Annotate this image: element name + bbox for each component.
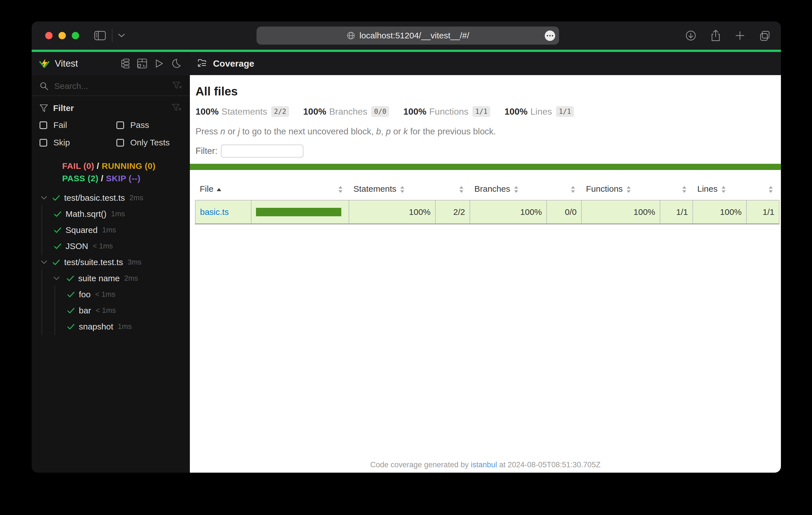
column-header-lines[interactable]: Lines <box>693 180 747 200</box>
tab-overview-icon[interactable] <box>759 30 771 41</box>
check-icon <box>66 275 74 281</box>
column-header-functions-raw[interactable] <box>660 180 693 200</box>
summary-statements: 100% Statements 2/2 <box>196 106 289 117</box>
tree-guide-line <box>41 221 42 239</box>
tree-guide-line <box>55 318 55 335</box>
chevron-down-icon[interactable] <box>40 195 48 201</box>
tree-item-suite-name[interactable]: suite name 2ms <box>32 270 190 286</box>
search-bar <box>32 77 190 96</box>
tree-item-math-sqrt[interactable]: Math.sqrt() 1ms <box>32 206 190 222</box>
tree-guide-line <box>41 286 42 303</box>
test-name: suite name <box>78 274 120 283</box>
fullscreen-window-button[interactable] <box>72 32 79 39</box>
desktop: { "browser": { "url": "localhost:51204/_… <box>0 0 812 515</box>
statements-pct-cell: 100% <box>349 200 435 224</box>
clear-filter-icon[interactable] <box>172 103 181 113</box>
test-duration: < 1ms <box>95 290 116 299</box>
filter-title: Filter <box>53 103 74 113</box>
minimize-window-button[interactable] <box>58 32 66 39</box>
chevron-down-icon[interactable] <box>40 260 48 265</box>
sort-icon <box>627 185 631 194</box>
functions-label: Functions <box>429 107 468 117</box>
branches-pct-cell: 100% <box>470 200 547 224</box>
column-header-branches-raw[interactable] <box>547 180 581 200</box>
sort-icon <box>571 185 575 194</box>
branches-raw-cell: 0/0 <box>547 200 581 224</box>
pass-checkbox-box[interactable] <box>116 121 124 129</box>
tree-item-json[interactable]: JSON < 1ms <box>32 238 190 254</box>
tree-item-foo[interactable]: foo < 1ms <box>32 286 190 302</box>
tree-item-squared[interactable]: Squared 1ms <box>32 222 190 238</box>
tree-view-icon[interactable] <box>120 58 130 69</box>
tree-item-suite-test-file[interactable]: test/suite.test.ts 3ms <box>32 254 190 270</box>
window-controls <box>45 32 79 39</box>
sort-icon <box>722 185 726 194</box>
search-input[interactable] <box>54 81 172 91</box>
share-icon[interactable] <box>710 29 721 42</box>
clear-search-filter-icon[interactable] <box>172 81 182 91</box>
checkbox-only-tests[interactable]: Only Tests <box>116 138 190 147</box>
chevron-down-icon[interactable] <box>118 33 125 38</box>
checkbox-skip[interactable]: Skip <box>39 138 116 147</box>
sidebar-toggle-icon[interactable] <box>94 30 106 41</box>
test-name: test/suite.test.ts <box>64 258 123 267</box>
branches-label: Branches <box>329 107 367 117</box>
test-name: snapshot <box>79 322 113 331</box>
close-window-button[interactable] <box>45 32 53 39</box>
new-tab-icon[interactable] <box>734 30 745 41</box>
column-header-statements[interactable]: Statements <box>349 180 435 200</box>
tree-guide-line <box>55 302 55 319</box>
coverage-bar <box>256 208 341 216</box>
test-duration: 3ms <box>127 258 141 267</box>
check-icon <box>52 259 60 265</box>
tree-item-basic-test-file[interactable]: test/basic.test.ts 2ms <box>32 190 190 206</box>
test-name: test/basic.test.ts <box>64 193 125 203</box>
test-tree: test/basic.test.ts 2ms Math.sqrt() 1ms S… <box>32 190 190 473</box>
coverage-panel: Coverage All files 100% Statements 2/2 1… <box>190 52 781 473</box>
file-link[interactable]: basic.ts <box>200 207 229 217</box>
address-bar[interactable]: localhost:51204/__vitest__/#/ <box>257 27 559 44</box>
column-header-chart[interactable] <box>251 180 349 200</box>
sort-icon <box>769 185 773 194</box>
footer-text: Code coverage generated by <box>370 460 471 469</box>
coverage-status-line <box>190 164 781 170</box>
footer-timestamp: at 2024-08-05T08:51:30.705Z <box>497 460 600 469</box>
column-header-file[interactable]: File <box>195 180 251 200</box>
test-name: Math.sqrt() <box>65 209 107 219</box>
tree-guide-line <box>41 205 42 222</box>
checkbox-fail[interactable]: Fail <box>39 120 116 130</box>
sort-icon <box>400 185 405 194</box>
downloads-icon[interactable] <box>685 30 697 41</box>
column-header-functions[interactable]: Functions <box>581 180 660 200</box>
column-header-branches[interactable]: Branches <box>470 180 547 200</box>
lines-pct-cell: 100% <box>693 200 747 224</box>
dashboard-icon[interactable] <box>137 58 147 69</box>
tree-item-bar[interactable]: bar < 1ms <box>32 302 190 319</box>
test-name: Squared <box>65 225 97 235</box>
istanbul-link[interactable]: istanbul <box>471 460 497 469</box>
file-cell: basic.ts <box>195 200 251 224</box>
skip-checkbox-box[interactable] <box>39 139 47 147</box>
dark-mode-icon[interactable] <box>171 58 181 69</box>
only-tests-checkbox-box[interactable] <box>116 139 124 147</box>
column-header-statements-raw[interactable] <box>435 180 470 200</box>
fail-checkbox-box[interactable] <box>39 121 47 129</box>
tree-item-snapshot[interactable]: snapshot 1ms <box>32 319 190 335</box>
coverage-filter-input[interactable] <box>221 145 303 157</box>
run-all-icon[interactable] <box>154 58 164 69</box>
toolbar-divider <box>112 29 112 42</box>
test-duration: 1ms <box>111 210 125 218</box>
summary-lines: 100% Lines 1/1 <box>504 106 574 117</box>
column-header-lines-raw[interactable] <box>747 180 779 200</box>
chevron-down-icon[interactable] <box>53 276 60 281</box>
page-settings-button[interactable] <box>545 30 555 41</box>
statements-raw-cell: 2/2 <box>435 200 470 224</box>
page-content: Vitest <box>32 52 781 473</box>
fail-label: Fail <box>53 120 67 130</box>
check-icon <box>67 324 75 330</box>
filter-options: Fail Pass Skip Only Tests <box>32 120 190 147</box>
coverage-filter-label: Filter: <box>196 146 218 156</box>
fail-count: FAIL (0) <box>62 161 94 171</box>
checkbox-pass[interactable]: Pass <box>116 120 190 130</box>
branches-pct: 100% <box>303 107 326 117</box>
